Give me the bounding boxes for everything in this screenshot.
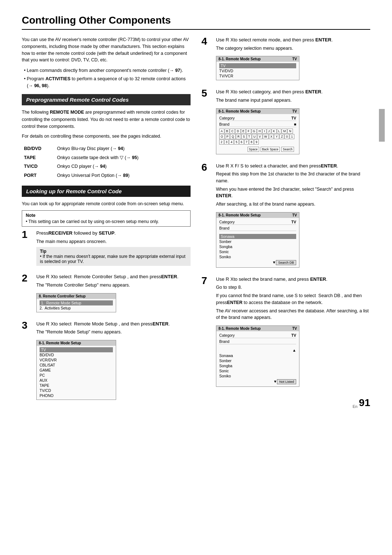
mockup-7-body: Category TV Brand ▲ Sonawa Sonber S [216,331,299,386]
step-5-number: 5 [201,88,212,98]
step-1-number: 1 [22,230,32,240]
device-desc-port: Onkyo Universal Port Option (→ 89) [56,171,190,180]
step-6-content: Use R X F/ S to select a character, and … [216,162,370,271]
step-5-mockup: 8-1. Remote Mode Setup TV Category TV Br… [216,108,299,154]
search-db-btn-6: Search DB [276,260,296,265]
mockup-2-item-2: 2. Activities Setup [40,305,113,311]
device-row-bddvd: BD/DVD Onkyo Blu-ray Disc player (→ 94) [23,145,190,153]
step-2-mockup: 8. Remote Controller Setup 1. Remote Mod… [36,293,116,312]
mockup-4-header: 8-1. Remote Mode Setup TV [216,56,299,62]
step-3-sub: The "Remote Mode Setup" menu appears. [36,329,191,336]
mockup-3-item-tvcd: TV/CD [40,388,113,393]
mockup-4-item-tv: TV [219,63,296,68]
step-4-title: Use R Xto select remote mode, and then p… [216,36,370,44]
mockup-3-header: 8-1. Remote Mode Setup [37,340,116,346]
step-6-sub3: After searching, a list of the brand nam… [216,201,370,208]
device-row-tvcd: TV/CD Onkyo CD player (→ 94) [23,162,190,171]
not-listed-btn: Not Listed [277,379,296,384]
step-6: 6 Use R X F/ S to select a character, an… [201,162,370,271]
device-desc-tape: Onkyo cassette tape deck with ▽ (→ 95) [56,154,190,162]
mockup-7-sonic: Sonic [219,368,296,373]
step-1: 1 PressRECEIVER followed by SETUP. The m… [22,230,191,268]
step-2-sub: The "Remote Controller Setup" menu appea… [36,282,191,289]
device-row-tape: TAPE Onkyo cassette tape deck with ▽ (→ … [23,154,190,162]
preprogrammed-header: Preprogrammed Remote Control Codes [22,94,191,105]
mockup-6-field-category: Category TV [219,219,296,225]
mockup-2-item-1: 1. Remote Mode Setup [40,300,113,305]
step-5-sub: The brand name input panel appears. [216,97,370,104]
mockup-7-field-category: Category TV [219,333,296,338]
step-6-sub2: When you have entered the 3rd character,… [216,186,370,200]
device-table: BD/DVD Onkyo Blu-ray Disc player (→ 94) … [22,144,191,181]
mockup-7-up-row: ▲ [219,347,296,353]
mockup-6-search-row: ▼ Search DB [219,259,296,266]
step-2-content: Use R Xto select Remote Controller Setup… [36,273,191,315]
looking-up-body1: You can look up for appropriate remote c… [22,200,191,207]
looking-up-header: Looking up for Remote Control Code [22,186,191,197]
page-footer: En 91 [201,397,370,409]
mockup-3-item-bddvd: BD/DVD [40,352,113,357]
mockup-3-item-game: GAME [40,368,113,373]
step-1-title: PressRECEIVER followed by SETUP. [36,230,191,237]
mockup-2-header: 8. Remote Controller Setup [37,293,116,299]
tip-label: Tip [40,249,187,254]
tip-box: Tip • If the main menu doesn't appear, m… [36,247,191,266]
note-text: • This setting can be carried out by usi… [26,219,187,224]
mockup-5-header: 8-1. Remote Mode Setup TV [216,109,299,114]
mockup-5-footer: Space Back Space Search [219,146,296,153]
left-column: You can use the AV receiver's remote con… [22,36,191,409]
device-label-tvcd: TV/CD [23,162,55,171]
step-7-sub1: Go to step 8. [216,284,370,291]
step-5-title: Use R Xto select category, and then pres… [216,88,370,96]
step-5: 5 Use R Xto select category, and then pr… [201,88,370,157]
device-label-bddvd: BD/DVD [23,145,55,153]
step-5-content: Use R Xto select category, and then pres… [216,88,370,157]
mockup-6-field-brand: Brand [219,226,296,231]
step-4-mockup: 8-1. Remote Mode Setup TV TV TV/DVD TV/V… [216,56,299,80]
step-7-title: Use R Xto select the brand name, and pre… [216,276,370,283]
arrow-ref: → [170,68,174,73]
mockup-2-body: 1. Remote Mode Setup 2. Activities Setup [37,299,116,312]
mockup-7-bottom-row: ▼ Not Listed [219,378,296,385]
tip-text: • If the main menu doesn't appear, make … [40,254,187,264]
bullet-1: • Learn commands directly from another c… [22,67,191,74]
mockup-7-sonber: Sonber [219,358,296,363]
step-1-content: PressRECEIVER followed by SETUP. The mai… [36,230,191,268]
note-label: Note [26,213,187,218]
space-key: Space [248,147,259,152]
mockup-3-item-tape: TAPE [40,383,113,388]
mockup-5-field-brand: Brand ■ [219,122,296,127]
step-3-title: Use R Xto select Remote Mode Setup , and… [36,320,191,328]
mockup-6-body: Category TV Brand Sonawa Sonber Songba [216,218,299,267]
search-key: Search [281,147,294,152]
mockup-5-field-category: Category TV [219,116,296,121]
mockup-7-field-brand: Brand [219,339,296,344]
step-3-content: Use R Xto select Remote Mode Setup , and… [36,320,191,403]
step-6-mockup: 8-1. Remote Mode Setup TV Category TV Br… [216,212,299,268]
mockup-4-item-tvvcr: TV/VCR [219,73,296,78]
right-column: 4 Use R Xto select remote mode, and then… [201,36,370,409]
mockup-6-sonic: Sonic [219,249,296,254]
step-7: 7 Use R Xto select the brand name, and p… [201,276,370,390]
mockup-7-songba: Songba [219,363,296,368]
step-6-title: Use R X F/ S to select a character, and … [216,162,370,170]
step-7-content: Use R Xto select the brand name, and pre… [216,276,370,390]
mockup-7-soniko: Soniko [219,373,296,378]
step-2-number: 2 [22,273,32,283]
step-3-number: 3 [22,320,32,331]
note-box: Note • This setting can be carried out b… [22,210,191,227]
step-1-sub: The main menu appears onscreen. [36,238,191,245]
mockup-7-header: 8-1. Remote Mode Setup TV [216,326,299,331]
mockup-6-sonber: Sonber [219,239,296,244]
mockup-7-sonawa: Sonawa [219,353,296,358]
mockup-6-songba: Songba [219,244,296,249]
step-7-sub3: The AV receiver accesses and searches th… [216,308,370,321]
mockup-5-keyboard: ABCDEFGHIJKLM NOPQRSTUVWXYZ 0123456789 [219,129,296,145]
device-row-port: PORT Onkyo Universal Port Option (→ 89) [23,171,190,180]
mockup-3-item-pc: PC [40,373,113,378]
mockup-3-item-tv: TV [40,347,113,352]
device-label-port: PORT [23,171,55,180]
mockup-5-body: Category TV Brand ■ ABCDEFGHIJKLM NOPQRS… [216,114,299,154]
mockup-3-item-vcrdvr: VCR/DVR [40,357,113,362]
en-label: En [352,404,357,409]
